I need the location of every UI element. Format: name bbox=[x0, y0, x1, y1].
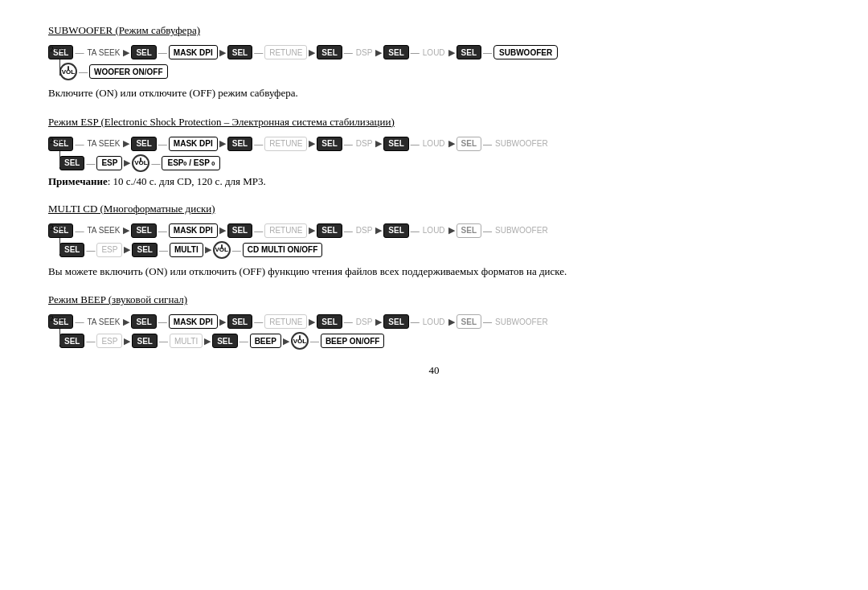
subwoofer-main-flow: SEL — TA SEEK ▶ SEL — MASK DPI ▶ SEL — R… bbox=[48, 45, 820, 59]
multicd-subwoofer-faded: SUBWOOFER bbox=[493, 226, 550, 235]
beep-sub-sel-1[interactable]: SEL bbox=[59, 334, 84, 348]
beep-sub-sel-3[interactable]: SEL bbox=[212, 334, 237, 348]
esp-sub-flow: SEL — ESP ▶ VOL — ESP₀ / ESP ₀ bbox=[59, 154, 820, 172]
esp-arrow-7: — bbox=[342, 139, 354, 149]
multicd-retune: RETUNE bbox=[264, 223, 307, 238]
beep-section: Режим BEEP (звуковой сигнал) 2 sec. SEL … bbox=[48, 293, 820, 350]
esp-sel-btn-5[interactable]: SEL bbox=[383, 137, 408, 151]
sel-btn-2[interactable]: SEL bbox=[131, 45, 156, 59]
cd-multi-onoff: CD MULTI ON/OFF bbox=[243, 243, 323, 257]
beep-esp-faded: ESP bbox=[96, 334, 122, 348]
woofer-onoff: WOOFER ON/OFF bbox=[89, 64, 168, 79]
beep-loud: LOUD bbox=[421, 318, 447, 326]
beep-main-flow: SEL — TA SEEK ▶ SEL — MASK DPI ▶ SEL — R… bbox=[48, 314, 820, 329]
esp-arrow-2: ▶ bbox=[121, 138, 131, 149]
arrow-7: — bbox=[342, 47, 354, 57]
multicd-dsp: DSP bbox=[354, 226, 375, 235]
arrow-6: ▶ bbox=[307, 47, 317, 58]
arrow-sub-1: — bbox=[77, 67, 89, 76]
multicd-title: MULTI CD (Многоформатные диски) bbox=[48, 203, 820, 215]
multicd-sel-btn-4[interactable]: SEL bbox=[317, 223, 342, 238]
beep-dsp: DSP bbox=[354, 318, 375, 326]
beep-onoff: BEEP ON/OFF bbox=[321, 334, 385, 348]
esp-retune: RETUNE bbox=[264, 137, 307, 151]
beep-sub-flow: SEL — ESP ▶ SEL — MULTI ▶ SEL — BEEP ▶ V… bbox=[59, 332, 820, 350]
arrow-8: ▶ bbox=[374, 47, 383, 58]
multicd-sel-btn-6[interactable]: SEL bbox=[457, 223, 481, 238]
esp-arrow-8: ▶ bbox=[374, 138, 383, 149]
beep-sel-btn-3[interactable]: SEL bbox=[227, 314, 252, 329]
esp-sub-arrow-3: — bbox=[149, 158, 162, 168]
esp-dsp: DSP bbox=[354, 139, 375, 148]
esp-section: Режим ESP (Electronic Shock Protection –… bbox=[48, 116, 820, 188]
vol-knob-4[interactable]: VOL bbox=[291, 332, 309, 350]
esp-arrow-9: — bbox=[409, 139, 421, 149]
esp-sub-sel[interactable]: SEL bbox=[59, 156, 84, 170]
multicd-sel-btn-2[interactable]: SEL bbox=[131, 223, 156, 238]
arrow-2: ▶ bbox=[121, 47, 131, 58]
multicd-multi: MULTI bbox=[170, 243, 203, 257]
sec-label-multicd: 2 sec. bbox=[50, 223, 67, 231]
subwoofer-sub-flow: VOL — WOOFER ON/OFF bbox=[59, 63, 820, 80]
sel-btn-3[interactable]: SEL bbox=[227, 45, 252, 59]
esp-sel-btn-4[interactable]: SEL bbox=[317, 137, 342, 151]
beep-multi-faded: MULTI bbox=[170, 334, 203, 348]
beep-mask-dpi: MASK DPI bbox=[169, 314, 218, 329]
esp-main-flow: SEL — TA SEEK ▶ SEL — MASK DPI ▶ SEL — R… bbox=[48, 137, 820, 151]
esp-flow-container: 2 sec. SEL — TA SEEK ▶ SEL — MASK DPI ▶ … bbox=[48, 137, 820, 172]
arrow-9: — bbox=[409, 47, 421, 57]
beep-title: Режим BEEP (звуковой сигнал) bbox=[48, 293, 820, 306]
subwoofer-description: Включите (ON) или отключите (OFF) режим … bbox=[48, 85, 820, 101]
esp-sel-btn-6[interactable]: SEL bbox=[457, 137, 481, 151]
beep-retune: RETUNE bbox=[264, 314, 307, 329]
esp-sel-btn-3[interactable]: SEL bbox=[227, 137, 252, 151]
multicd-sel-btn-3[interactable]: SEL bbox=[227, 223, 252, 238]
subwoofer-title: SUBWOOFER (Режим сабвуфера) bbox=[48, 24, 820, 37]
sel-btn-6[interactable]: SEL bbox=[457, 45, 481, 59]
subwoofer-flow-container: 2 sec. SEL — TA SEEK ▶ SEL — MASK DPI ▶ … bbox=[48, 45, 820, 80]
ta-seek-1: TA SEEK bbox=[85, 48, 121, 57]
arrow-3: — bbox=[157, 47, 169, 57]
multicd-loud: LOUD bbox=[421, 226, 447, 235]
beep-sel-btn-6[interactable]: SEL bbox=[457, 314, 481, 329]
multicd-sub-flow: SEL — ESP ▶ SEL — MULTI ▶ VOL — CD MULTI… bbox=[59, 241, 820, 259]
vol-knob-3[interactable]: VOL bbox=[213, 241, 231, 259]
beep-label: BEEP bbox=[250, 334, 281, 348]
esp-sub-arrow-2: ▶ bbox=[122, 158, 132, 168]
multicd-main-flow: SEL — TA SEEK ▶ SEL — MASK DPI ▶ SEL — R… bbox=[48, 223, 820, 238]
beep-sel-btn-4[interactable]: SEL bbox=[317, 314, 342, 329]
retune-1: RETUNE bbox=[264, 45, 307, 59]
sec-label-beep: 2 sec. bbox=[50, 314, 67, 322]
sel-btn-4[interactable]: SEL bbox=[317, 45, 342, 59]
esp-subwoofer-faded: SUBWOOFER bbox=[493, 139, 550, 148]
multicd-sub-sel-1[interactable]: SEL bbox=[59, 243, 84, 257]
beep-sel-btn-5[interactable]: SEL bbox=[383, 314, 408, 329]
arrow-10: ▶ bbox=[447, 47, 457, 58]
esp-sel-btn-2[interactable]: SEL bbox=[131, 137, 156, 151]
subwoofer-section: SUBWOOFER (Режим сабвуфера) 2 sec. SEL —… bbox=[48, 24, 820, 101]
vol-knob-2[interactable]: VOL bbox=[132, 154, 149, 172]
multicd-section: MULTI CD (Многоформатные диски) 2 sec. S… bbox=[48, 203, 820, 280]
vol-knob-1[interactable]: VOL bbox=[59, 63, 77, 80]
beep-sel-btn-2[interactable]: SEL bbox=[131, 314, 156, 329]
loud-1: LOUD bbox=[421, 48, 447, 57]
multicd-flow-container: 2 sec. SEL — TA SEEK ▶ SEL — MASK DPI ▶ … bbox=[48, 223, 820, 259]
esp-label: ESP bbox=[96, 156, 122, 170]
beep-flow-container: 2 sec. SEL — TA SEEK ▶ SEL — MASK DPI ▶ … bbox=[48, 314, 820, 350]
multicd-sub-sel-2[interactable]: SEL bbox=[132, 243, 157, 257]
multicd-sel-btn-5[interactable]: SEL bbox=[383, 223, 408, 238]
beep-sub-sel-2[interactable]: SEL bbox=[132, 334, 157, 348]
arrow-4: ▶ bbox=[218, 47, 227, 58]
esp-arrow-1: — bbox=[73, 139, 85, 149]
esp-arrow-11: — bbox=[481, 139, 493, 149]
esp-ta-seek: TA SEEK bbox=[85, 139, 121, 148]
arrow-5: — bbox=[252, 47, 264, 57]
sel-btn-5[interactable]: SEL bbox=[383, 45, 408, 59]
esp-loud: LOUD bbox=[421, 139, 447, 148]
esp-sub-arrow-1: — bbox=[84, 158, 96, 168]
arrow-1: — bbox=[73, 47, 85, 57]
multicd-description: Вы можете включить (ON) или отключить (O… bbox=[48, 264, 820, 280]
mask-dpi-1: MASK DPI bbox=[169, 45, 218, 59]
esp-arrow-4: ▶ bbox=[218, 138, 227, 149]
esp-note: Примечание: 10 с./40 с. для CD, 120 с. д… bbox=[48, 175, 820, 188]
